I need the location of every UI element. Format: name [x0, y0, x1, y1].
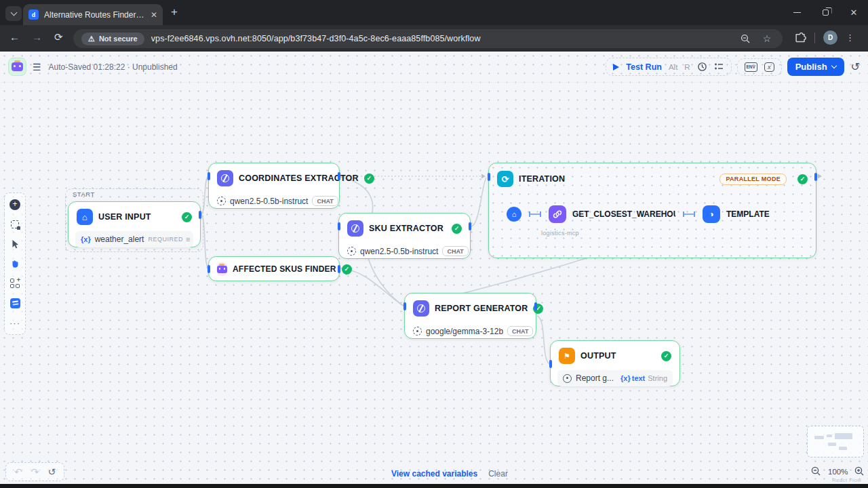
output-handle[interactable]	[338, 172, 340, 180]
ellipsis-icon: ···	[9, 318, 20, 328]
node-affected-skus-finder[interactable]: AFFECTED SKUS FINDER ✓	[208, 256, 340, 281]
autosave-status: Auto-Saved 01:28:22 · Unpublished	[49, 62, 178, 72]
publish-label: Publish	[795, 62, 827, 72]
chat-mode-badge: CHAT	[442, 246, 468, 256]
output-handle[interactable]	[199, 211, 201, 219]
plus-icon: +	[9, 199, 20, 210]
edge-skuextractor-iteration	[471, 178, 486, 226]
output-handle[interactable]	[469, 222, 471, 230]
output-handle[interactable]	[814, 173, 817, 181]
node-title: REPORT GENERATOR	[435, 304, 528, 313]
output-variable-row[interactable]: Report g... {x} text String	[557, 370, 673, 386]
add-note-button[interactable]	[9, 218, 21, 230]
llm-icon	[413, 300, 429, 317]
export-image-button[interactable]	[9, 297, 21, 309]
parallel-mode-badge: PARALLEL MODE	[719, 174, 787, 185]
input-handle[interactable]	[208, 265, 210, 273]
blocks-icon: +	[10, 279, 20, 288]
input-handle[interactable]	[403, 302, 406, 310]
schedule-clock-icon[interactable]	[697, 62, 707, 72]
template-node-title[interactable]: TEMPLATE	[726, 209, 770, 219]
template-icon[interactable]: ◑	[703, 205, 720, 223]
llm-icon	[347, 220, 363, 237]
node-coordinates-extractor[interactable]: COORDINATES EXTRACTOR ✓ qwen2.5-0.5b-ins…	[208, 163, 340, 209]
organize-blocks-button[interactable]: +	[9, 277, 21, 289]
chevron-down-icon	[831, 63, 836, 68]
node-sku-extractor[interactable]: SKU EXTRACTOR ✓ qwen2.5-0.5b-instruct CH…	[338, 213, 471, 259]
checklist-icon[interactable]	[714, 62, 724, 71]
output-handle[interactable]	[534, 302, 537, 310]
screen: d Alternative Routes Finder - Dify ✕ + ✕…	[0, 0, 868, 488]
node-output[interactable]: ⚑ OUTPUT ✓ Report g... {x} text String	[550, 340, 680, 386]
version-history-icon[interactable]: ↺	[851, 60, 860, 73]
connector-icon	[682, 210, 696, 218]
model-row[interactable]: qwen2.5-0.5b-instruct CHAT	[346, 243, 463, 260]
dify-header: ☰ Auto-Saved 01:28:22 · Unpublished Test…	[0, 52, 868, 83]
add-node-button[interactable]: +	[9, 199, 21, 211]
model-icon	[217, 197, 226, 205]
model-icon	[347, 247, 356, 256]
chat-mode-badge: CHAT	[507, 326, 533, 336]
chat-mode-badge: CHAT	[312, 196, 338, 206]
hand-icon	[10, 259, 20, 269]
start-label: START	[73, 190, 95, 198]
edge-userinput-affectedskus	[201, 214, 209, 268]
variable-icon: {x}	[620, 374, 631, 382]
success-check-icon: ✓	[342, 264, 352, 274]
shortcut-key: R	[684, 63, 690, 71]
tool-node-title[interactable]: GET_CLOSEST_WAREHOUSES_W	[572, 209, 675, 219]
iteration-start-icon[interactable]: ⌂	[507, 207, 521, 222]
minimap[interactable]	[807, 426, 864, 458]
change-history-button[interactable]: ↺	[47, 466, 56, 477]
input-handle[interactable]	[488, 173, 490, 181]
variable-name: text	[632, 374, 646, 382]
hand-mode-button[interactable]	[9, 258, 21, 270]
undo-button[interactable]: ↶	[14, 466, 22, 477]
clear-link[interactable]: Clear	[488, 469, 508, 479]
menu-hamburger-icon[interactable]: ☰	[33, 62, 41, 73]
model-row[interactable]: qwen2.5-0.5b-instruct CHAT	[216, 192, 332, 209]
iteration-icon: ⟳	[497, 171, 513, 187]
note-icon	[11, 220, 19, 228]
lines-icon: ≡	[186, 235, 191, 243]
output-handle[interactable]	[338, 265, 340, 273]
variable-row[interactable]: {x} weather_alert REQUIRED ≡	[75, 231, 193, 247]
robot-emoji-icon	[12, 62, 23, 71]
zoom-out-button[interactable]	[811, 466, 821, 476]
node-iteration[interactable]: ⟳ ITERATION PARALLEL MODE ✓ ⌂ GET_CLOSES…	[488, 163, 816, 258]
input-handle[interactable]	[208, 172, 210, 180]
view-cached-variables-link[interactable]: View cached variables	[391, 469, 477, 479]
node-report-generator[interactable]: REPORT GENERATOR ✓ google/gemma-3-12b CH…	[404, 293, 536, 339]
tool-link-icon[interactable]	[549, 205, 566, 223]
redo-button[interactable]: ↷	[31, 466, 39, 477]
end-icon: ⚑	[559, 348, 575, 364]
success-check-icon: ✓	[452, 224, 462, 234]
zoom-in-button[interactable]	[854, 466, 865, 476]
pointer-mode-button[interactable]	[9, 238, 21, 250]
iteration-inner-flow: ⌂ GET_CLOSEST_WAREHOUSES_W ◑ TEMPLATE	[507, 205, 770, 223]
input-handle[interactable]	[338, 222, 340, 230]
test-run-group: Test Run Alt R	[606, 58, 731, 76]
agent-robot-icon	[217, 262, 227, 276]
cached-variables-bar: View cached variables Clear	[383, 466, 516, 481]
publish-button[interactable]: Publish	[787, 58, 844, 76]
success-check-icon: ✓	[364, 174, 374, 184]
node-user-input[interactable]: ⌂ USER INPUT ✓ {x} weather_alert REQUIRE…	[68, 201, 201, 247]
app-icon[interactable]	[8, 58, 26, 76]
model-row[interactable]: google/gemma-3-12b CHAT	[412, 323, 529, 340]
required-label: REQUIRED	[148, 236, 183, 243]
zoom-level[interactable]: 100%	[828, 468, 848, 476]
undo-redo-panel: ↶ ↷ ↺	[5, 462, 64, 481]
conversation-variables-icon[interactable]: x	[764, 62, 774, 72]
node-title: AFFECTED SKUS FINDER	[233, 264, 336, 274]
input-handle[interactable]	[549, 360, 552, 368]
more-options-button[interactable]: ···	[9, 317, 21, 329]
edge-affectedskus-report	[340, 268, 403, 306]
model-icon	[413, 327, 422, 336]
play-icon[interactable]	[613, 64, 619, 70]
output-name: Report g...	[576, 373, 614, 383]
success-check-icon: ✓	[797, 174, 808, 184]
env-variables-icon[interactable]: ENV	[745, 62, 757, 72]
test-run-button[interactable]: Test Run	[626, 62, 662, 72]
variable-type: String	[648, 374, 667, 382]
